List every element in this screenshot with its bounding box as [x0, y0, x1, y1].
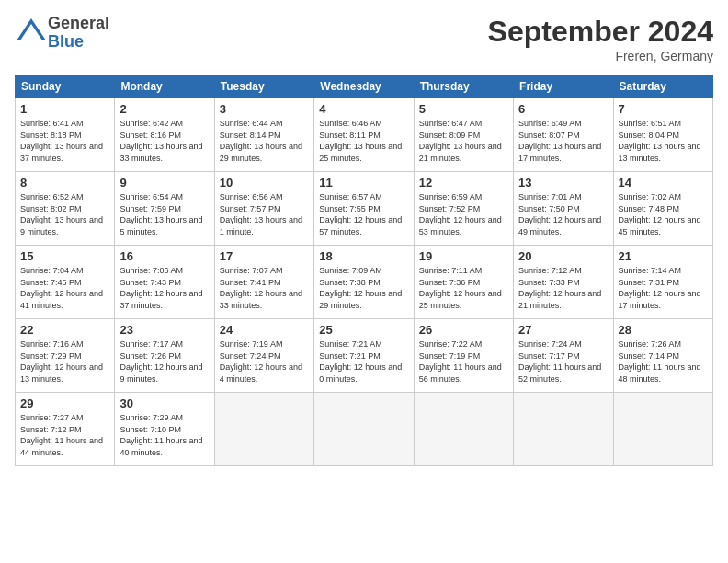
- calendar-cell: 6Sunrise: 6:49 AMSunset: 8:07 PMDaylight…: [514, 98, 613, 172]
- logo-blue: Blue: [48, 33, 109, 52]
- calendar-body: 1Sunrise: 6:41 AMSunset: 8:18 PMDaylight…: [16, 98, 713, 466]
- day-info: Sunrise: 6:44 AMSunset: 8:14 PMDaylight:…: [220, 118, 309, 164]
- calendar-row: 1Sunrise: 6:41 AMSunset: 8:18 PMDaylight…: [16, 98, 713, 172]
- day-info: Sunrise: 6:42 AMSunset: 8:16 PMDaylight:…: [119, 118, 209, 164]
- day-number: 3: [220, 102, 309, 116]
- calendar-cell: [613, 393, 712, 466]
- logo-general: General: [48, 15, 109, 33]
- calendar-cell: [214, 393, 313, 466]
- day-number: 29: [20, 396, 109, 410]
- day-info: Sunrise: 7:01 AMSunset: 7:50 PMDaylight:…: [518, 191, 608, 237]
- day-number: 10: [220, 176, 309, 190]
- day-info: Sunrise: 7:02 AMSunset: 7:48 PMDaylight:…: [619, 191, 708, 237]
- calendar-cell: 16Sunrise: 7:06 AMSunset: 7:43 PMDayligh…: [115, 246, 214, 319]
- calendar-cell: 17Sunrise: 7:07 AMSunset: 7:41 PMDayligh…: [214, 246, 313, 319]
- calendar-cell: [414, 393, 513, 466]
- day-number: 9: [119, 176, 209, 190]
- day-info: Sunrise: 7:16 AMSunset: 7:29 PMDaylight:…: [20, 339, 109, 385]
- calendar-cell: 7Sunrise: 6:51 AMSunset: 8:04 PMDaylight…: [613, 98, 712, 172]
- calendar-cell: 30Sunrise: 7:29 AMSunset: 7:10 PMDayligh…: [115, 393, 214, 466]
- day-info: Sunrise: 7:19 AMSunset: 7:24 PMDaylight:…: [220, 339, 309, 385]
- day-number: 8: [20, 176, 109, 190]
- title-block: September 2024 Freren, Germany: [488, 15, 713, 63]
- day-number: 23: [119, 323, 209, 337]
- col-wednesday: Wednesday: [314, 75, 414, 98]
- day-number: 19: [419, 249, 508, 263]
- day-number: 21: [619, 249, 708, 263]
- col-friday: Friday: [514, 75, 613, 98]
- day-number: 1: [20, 102, 109, 116]
- day-number: 11: [319, 176, 408, 190]
- day-info: Sunrise: 7:04 AMSunset: 7:45 PMDaylight:…: [20, 265, 109, 311]
- day-info: Sunrise: 6:49 AMSunset: 8:07 PMDaylight:…: [518, 118, 608, 164]
- day-info: Sunrise: 7:09 AMSunset: 7:38 PMDaylight:…: [319, 265, 408, 311]
- day-info: Sunrise: 7:27 AMSunset: 7:12 PMDaylight:…: [20, 412, 109, 458]
- calendar-cell: 9Sunrise: 6:54 AMSunset: 7:59 PMDaylight…: [115, 172, 214, 246]
- calendar-cell: 22Sunrise: 7:16 AMSunset: 7:29 PMDayligh…: [16, 319, 115, 393]
- day-header-row: Sunday Monday Tuesday Wednesday Thursday…: [16, 75, 713, 98]
- calendar-cell: [314, 393, 414, 466]
- logo: General Blue: [15, 15, 109, 52]
- calendar-cell: 13Sunrise: 7:01 AMSunset: 7:50 PMDayligh…: [514, 172, 613, 246]
- day-info: Sunrise: 6:56 AMSunset: 7:57 PMDaylight:…: [220, 191, 309, 237]
- calendar-cell: 20Sunrise: 7:12 AMSunset: 7:33 PMDayligh…: [514, 246, 613, 319]
- calendar-cell: 21Sunrise: 7:14 AMSunset: 7:31 PMDayligh…: [613, 246, 712, 319]
- day-number: 18: [319, 249, 408, 263]
- day-number: 6: [518, 102, 608, 116]
- day-number: 28: [619, 323, 708, 337]
- day-number: 4: [319, 102, 408, 116]
- calendar-cell: 12Sunrise: 6:59 AMSunset: 7:52 PMDayligh…: [414, 172, 513, 246]
- calendar-cell: 24Sunrise: 7:19 AMSunset: 7:24 PMDayligh…: [214, 319, 313, 393]
- calendar-cell: 19Sunrise: 7:11 AMSunset: 7:36 PMDayligh…: [414, 246, 513, 319]
- calendar-cell: 29Sunrise: 7:27 AMSunset: 7:12 PMDayligh…: [16, 393, 115, 466]
- calendar-cell: 10Sunrise: 6:56 AMSunset: 7:57 PMDayligh…: [214, 172, 313, 246]
- calendar-cell: 27Sunrise: 7:24 AMSunset: 7:17 PMDayligh…: [514, 319, 613, 393]
- calendar-cell: 5Sunrise: 6:47 AMSunset: 8:09 PMDaylight…: [414, 98, 513, 172]
- col-saturday: Saturday: [613, 75, 712, 98]
- day-info: Sunrise: 6:59 AMSunset: 7:52 PMDaylight:…: [419, 191, 508, 237]
- day-number: 2: [119, 102, 209, 116]
- calendar-cell: [514, 393, 613, 466]
- calendar-cell: 11Sunrise: 6:57 AMSunset: 7:55 PMDayligh…: [314, 172, 414, 246]
- location: Freren, Germany: [488, 49, 713, 63]
- calendar-cell: 25Sunrise: 7:21 AMSunset: 7:21 PMDayligh…: [314, 319, 414, 393]
- day-info: Sunrise: 7:22 AMSunset: 7:19 PMDaylight:…: [419, 339, 508, 385]
- day-number: 24: [220, 323, 309, 337]
- day-info: Sunrise: 6:57 AMSunset: 7:55 PMDaylight:…: [319, 191, 408, 237]
- calendar-header: Sunday Monday Tuesday Wednesday Thursday…: [16, 75, 713, 98]
- day-number: 14: [619, 176, 708, 190]
- day-number: 30: [119, 396, 209, 410]
- calendar-table: Sunday Monday Tuesday Wednesday Thursday…: [15, 75, 713, 466]
- day-number: 15: [20, 249, 109, 263]
- day-info: Sunrise: 6:51 AMSunset: 8:04 PMDaylight:…: [619, 118, 708, 164]
- col-tuesday: Tuesday: [214, 75, 313, 98]
- calendar-cell: 3Sunrise: 6:44 AMSunset: 8:14 PMDaylight…: [214, 98, 313, 172]
- day-info: Sunrise: 6:52 AMSunset: 8:02 PMDaylight:…: [20, 191, 109, 237]
- day-number: 17: [220, 249, 309, 263]
- day-number: 20: [518, 249, 608, 263]
- day-info: Sunrise: 7:29 AMSunset: 7:10 PMDaylight:…: [119, 412, 209, 458]
- day-info: Sunrise: 7:14 AMSunset: 7:31 PMDaylight:…: [619, 265, 708, 311]
- day-info: Sunrise: 7:21 AMSunset: 7:21 PMDaylight:…: [319, 339, 408, 385]
- col-sunday: Sunday: [16, 75, 115, 98]
- calendar-row: 29Sunrise: 7:27 AMSunset: 7:12 PMDayligh…: [16, 393, 713, 466]
- day-number: 26: [419, 323, 508, 337]
- calendar-cell: 23Sunrise: 7:17 AMSunset: 7:26 PMDayligh…: [115, 319, 214, 393]
- day-number: 25: [319, 323, 408, 337]
- day-info: Sunrise: 6:46 AMSunset: 8:11 PMDaylight:…: [319, 118, 408, 164]
- day-number: 13: [518, 176, 608, 190]
- calendar-cell: 14Sunrise: 7:02 AMSunset: 7:48 PMDayligh…: [613, 172, 712, 246]
- day-info: Sunrise: 7:12 AMSunset: 7:33 PMDaylight:…: [518, 265, 608, 311]
- day-info: Sunrise: 6:54 AMSunset: 7:59 PMDaylight:…: [119, 191, 209, 237]
- day-number: 7: [619, 102, 708, 116]
- day-info: Sunrise: 7:17 AMSunset: 7:26 PMDaylight:…: [119, 339, 209, 385]
- day-info: Sunrise: 7:07 AMSunset: 7:41 PMDaylight:…: [220, 265, 309, 311]
- logo-text: General Blue: [48, 15, 109, 52]
- day-info: Sunrise: 7:06 AMSunset: 7:43 PMDaylight:…: [119, 265, 209, 311]
- calendar-cell: 4Sunrise: 6:46 AMSunset: 8:11 PMDaylight…: [314, 98, 414, 172]
- day-number: 16: [119, 249, 209, 263]
- col-thursday: Thursday: [414, 75, 513, 98]
- calendar-cell: 2Sunrise: 6:42 AMSunset: 8:16 PMDaylight…: [115, 98, 214, 172]
- calendar-cell: 26Sunrise: 7:22 AMSunset: 7:19 PMDayligh…: [414, 319, 513, 393]
- calendar-row: 15Sunrise: 7:04 AMSunset: 7:45 PMDayligh…: [16, 246, 713, 319]
